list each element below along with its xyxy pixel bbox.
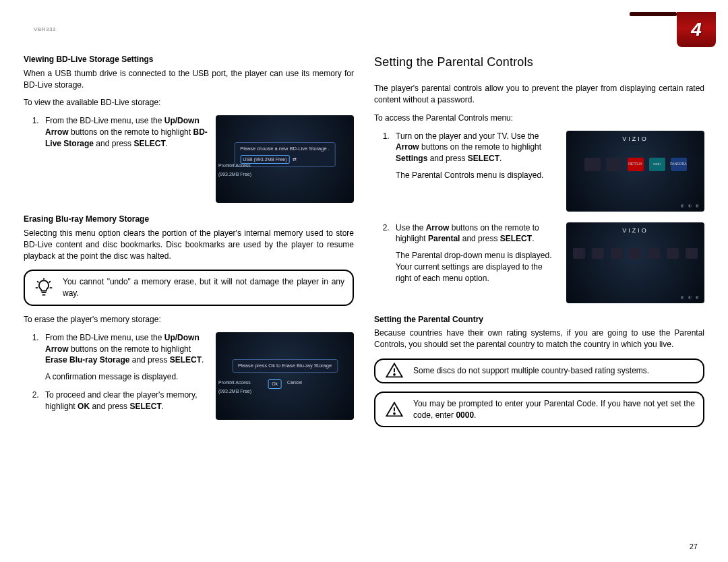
settings-tile <box>629 248 641 259</box>
body-text: The player's parental controls allow you… <box>374 83 704 106</box>
svg-point-1 <box>394 374 395 375</box>
warning-note: Some discs do not support multiple count… <box>374 358 704 383</box>
screenshot-home-menu: VIZIO NETFLIX vudu PANDORA ◐◐◐ <box>566 131 704 212</box>
warning-note: You may be prompted to enter your Parent… <box>374 392 704 428</box>
step-list: From the BD-Live menu, use the Up/Down A… <box>24 332 209 412</box>
settings-tile <box>573 248 585 259</box>
brand-logo: VIZIO <box>622 226 648 235</box>
settings-tile <box>611 248 623 259</box>
body-text: Selecting this menu option clears the po… <box>24 228 354 261</box>
warning-icon <box>385 400 404 419</box>
app-tile <box>606 158 622 171</box>
brand-logo: VIZIO <box>622 135 648 144</box>
tip-note: You cannot "undo" a memory erase, but it… <box>24 270 354 306</box>
svg-point-3 <box>394 412 395 414</box>
page-title: Setting the Parental Controls <box>374 54 704 71</box>
screenshot-bdlive-storage: Please choose a new BD-Live Storage . US… <box>216 115 354 203</box>
screenshot-settings-menu: VIZIO ◐◐◐ <box>566 222 704 303</box>
chapter-tab: 4 <box>677 12 716 47</box>
settings-tile <box>667 248 679 259</box>
page-number: 27 <box>690 542 698 552</box>
app-tile-pandora: PANDORA <box>671 158 687 171</box>
body-text: To erase the player's memory storage: <box>24 314 354 325</box>
app-tile <box>584 158 601 171</box>
body-text: To access the Parental Controls menu: <box>374 113 704 124</box>
bulb-icon <box>34 278 53 297</box>
app-tile-netflix: NETFLIX <box>628 158 644 171</box>
left-column: Viewing BD-Live Storage Settings When a … <box>24 54 354 435</box>
body-text: To view the available BD-Live storage: <box>24 97 354 108</box>
model-label: VBR333 <box>34 26 56 33</box>
settings-tile <box>648 248 660 259</box>
body-text: Because countries have their own rating … <box>374 327 704 350</box>
settings-tile <box>592 248 604 259</box>
warning-icon <box>385 361 404 380</box>
section-heading: Erasing Blu-ray Memory Storage <box>24 214 354 225</box>
app-tile-vudu: vudu <box>649 158 665 171</box>
section-heading: Setting the Parental Country <box>374 314 704 325</box>
body-text: When a USB thumb drive is connected to t… <box>24 68 354 91</box>
section-heading: Viewing BD-Live Storage Settings <box>24 54 354 65</box>
right-column: Setting the Parental Controls The player… <box>374 54 704 435</box>
settings-tile <box>686 248 698 259</box>
step-list: Turn on the player and your TV. Use the … <box>374 131 559 181</box>
step-list: Use the Arrow buttons on the remote to h… <box>374 222 559 284</box>
step-list: From the BD-Live menu, use the Up/Down A… <box>24 115 209 156</box>
usb-icon: ⇄ <box>293 156 297 163</box>
screenshot-erase-storage: Please press Ok to Erase Blu-ray Storage… <box>216 332 354 420</box>
